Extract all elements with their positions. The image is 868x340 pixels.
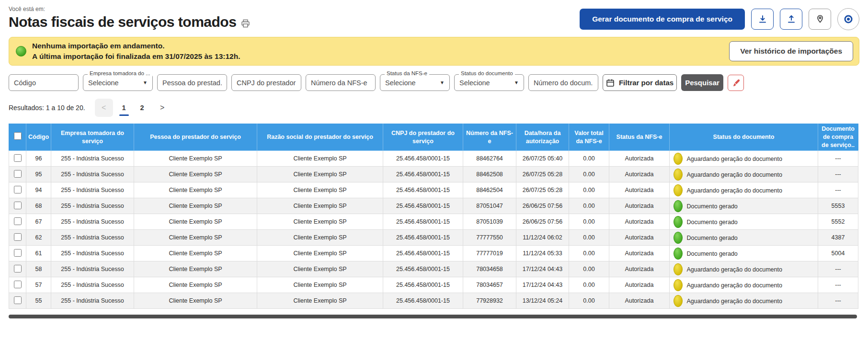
- cell-valor: 0.00: [569, 151, 609, 167]
- cell-pessoa: Cliente Exemplo SP: [134, 277, 257, 293]
- row-checkbox[interactable]: [14, 186, 22, 193]
- cell-valor: 0.00: [569, 261, 609, 277]
- cell-doc-compra: ---: [818, 293, 858, 309]
- cell-doc-compra: 4387: [818, 230, 858, 246]
- cell-status-nfse: Autorizada: [609, 293, 670, 309]
- print-button[interactable]: [241, 19, 250, 28]
- row-checkbox[interactable]: [14, 233, 22, 241]
- status-nfse-select[interactable]: Status da NFS-e Selecione ▼: [380, 74, 450, 91]
- cell-pessoa: Cliente Exemplo SP: [134, 167, 257, 182]
- row-checkbox[interactable]: [14, 296, 22, 304]
- numero-documento-input[interactable]: [528, 74, 598, 91]
- table-row[interactable]: 55 255 - Indústria Sucesso Cliente Exemp…: [9, 293, 858, 309]
- breadcrumb: Você está em:: [9, 6, 250, 12]
- pagination-next-button[interactable]: >: [153, 99, 171, 117]
- green-status-icon: [16, 46, 26, 57]
- row-checkbox[interactable]: [14, 281, 22, 288]
- row-checkbox[interactable]: [14, 265, 22, 272]
- pagination-page-2[interactable]: 2: [133, 99, 151, 117]
- pagination-prev-button[interactable]: <: [95, 99, 113, 117]
- status-doc-icon: [674, 184, 683, 196]
- col-empresa: Empresa tomadora do serviço: [51, 124, 134, 151]
- row-checkbox[interactable]: [14, 202, 22, 209]
- horizontal-scrollbar[interactable]: [9, 315, 857, 318]
- row-checkbox[interactable]: [14, 249, 22, 257]
- cell-numero-nfse: 87051047: [463, 198, 516, 214]
- col-codigo: Código: [26, 124, 51, 151]
- cnpj-prestador-input[interactable]: [231, 74, 301, 91]
- cell-numero-nfse: 78034658: [463, 261, 516, 277]
- cell-status-nfse: Autorizada: [609, 151, 670, 167]
- cell-cnpj: 25.456.458/0001-15: [383, 198, 463, 214]
- table-row[interactable]: 67 255 - Indústria Sucesso Cliente Exemp…: [9, 214, 858, 230]
- cell-status-doc: Aguardando geração do documento: [670, 277, 818, 293]
- status-doc-icon: [674, 263, 683, 275]
- printer-icon: [241, 19, 250, 28]
- cell-pessoa: Cliente Exemplo SP: [134, 293, 257, 309]
- table-row[interactable]: 94 255 - Indústria Sucesso Cliente Exemp…: [9, 182, 858, 198]
- table-body: 96 255 - Indústria Sucesso Cliente Exemp…: [9, 151, 858, 309]
- download-button[interactable]: [751, 9, 774, 30]
- empresa-tomadora-select[interactable]: Empresa tomadora do ... Selecione ▼: [83, 74, 153, 91]
- select-all-checkbox[interactable]: [14, 132, 22, 140]
- cell-cnpj: 25.456.458/0001-15: [383, 261, 463, 277]
- pessoa-prestador-input[interactable]: [157, 74, 227, 91]
- codigo-input[interactable]: [9, 74, 79, 91]
- cell-pessoa: Cliente Exemplo SP: [134, 151, 257, 167]
- header-actions: Gerar documento de compra de serviço: [580, 8, 859, 30]
- cell-razao: Cliente Exemplo SP: [257, 293, 383, 309]
- cell-codigo: 58: [26, 261, 51, 277]
- table-row[interactable]: 62 255 - Indústria Sucesso Cliente Exemp…: [9, 230, 858, 246]
- cell-data-hora: 17/12/24 04:43: [516, 277, 569, 293]
- cell-cnpj: 25.456.458/0001-15: [383, 214, 463, 230]
- col-status-nfse: Status da NFS-e: [609, 124, 670, 151]
- numero-nfse-input[interactable]: [306, 74, 376, 91]
- row-checkbox[interactable]: [14, 154, 22, 162]
- status-doc-icon: [674, 248, 683, 260]
- cell-numero-nfse: 77777550: [463, 230, 516, 246]
- results-row: Resultados: 1 a 10 de 20. < 12 >: [9, 99, 859, 117]
- status-documento-label: Status do documento: [459, 71, 515, 77]
- table-row[interactable]: 95 255 - Indústria Sucesso Cliente Exemp…: [9, 167, 858, 182]
- status-nfse-label: Status da NFS-e: [385, 71, 429, 77]
- cell-cnpj: 25.456.458/0001-15: [383, 277, 463, 293]
- cell-valor: 0.00: [569, 214, 609, 230]
- row-checkbox[interactable]: [14, 217, 22, 225]
- location-button[interactable]: [809, 9, 831, 30]
- cell-doc-compra: 5553: [818, 198, 858, 214]
- col-valor: Valor total da NFS-e: [569, 124, 609, 151]
- cell-codigo: 57: [26, 277, 51, 293]
- cell-codigo: 62: [26, 230, 51, 246]
- cell-status-doc: Documento gerado: [670, 246, 818, 261]
- status-doc-label: Aguardando geração do documento: [686, 282, 782, 288]
- generate-document-button[interactable]: Gerar documento de compra de serviço: [580, 9, 745, 30]
- cell-numero-nfse: 88462764: [463, 151, 516, 167]
- cell-cnpj: 25.456.458/0001-15: [383, 167, 463, 182]
- row-checkbox[interactable]: [14, 170, 22, 178]
- table-row[interactable]: 96 255 - Indústria Sucesso Cliente Exemp…: [9, 151, 858, 167]
- table-row[interactable]: 58 255 - Indústria Sucesso Cliente Exemp…: [9, 261, 858, 277]
- walkthrough-button[interactable]: [837, 8, 859, 30]
- table-row[interactable]: 57 255 - Indústria Sucesso Cliente Exemp…: [9, 277, 858, 293]
- cell-numero-nfse: 87051039: [463, 214, 516, 230]
- cell-numero-nfse: 77777019: [463, 246, 516, 261]
- clear-filters-button[interactable]: [728, 75, 744, 91]
- search-button[interactable]: Pesquisar: [681, 74, 723, 91]
- status-documento-select[interactable]: Status do documento Selecione ▼: [454, 74, 524, 91]
- cell-codigo: 55: [26, 293, 51, 309]
- table-row[interactable]: 68 255 - Indústria Sucesso Cliente Exemp…: [9, 198, 858, 214]
- filter-dates-button[interactable]: Filtrar por datas: [603, 74, 677, 91]
- pagination-page-1[interactable]: 1: [115, 99, 133, 117]
- brush-icon: [732, 79, 740, 87]
- page-title: Notas fiscais de serviços tomados: [9, 14, 236, 30]
- cell-razao: Cliente Exemplo SP: [257, 214, 383, 230]
- cell-valor: 0.00: [569, 167, 609, 182]
- upload-button[interactable]: [780, 9, 802, 30]
- header-select-all: [9, 124, 26, 151]
- cell-pessoa: Cliente Exemplo SP: [134, 214, 257, 230]
- col-numero-nfse: Número da NFS-e: [463, 124, 516, 151]
- status-doc-label: Documento gerado: [686, 218, 737, 225]
- cell-pessoa: Cliente Exemplo SP: [134, 230, 257, 246]
- table-row[interactable]: 61 255 - Indústria Sucesso Cliente Exemp…: [9, 246, 858, 261]
- import-history-button[interactable]: Ver histórico de importações: [729, 41, 853, 61]
